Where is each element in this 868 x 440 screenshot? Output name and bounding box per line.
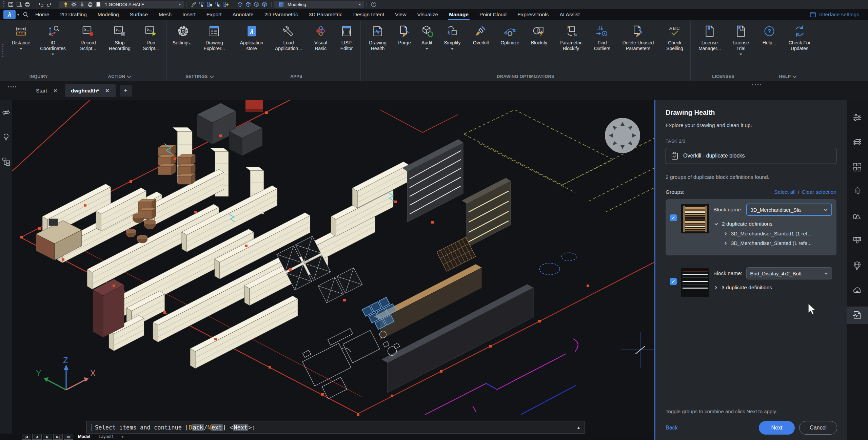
cube-xray-button[interactable] bbox=[260, 1, 269, 8]
run-script-button[interactable]: Run Script... bbox=[137, 22, 165, 51]
settings-gear-button[interactable]: Settings... bbox=[168, 22, 198, 46]
group-checkbox[interactable]: ✓ bbox=[670, 214, 677, 221]
layer-color-icon[interactable] bbox=[94, 1, 102, 8]
help-button[interactable]: ? Help... bbox=[757, 22, 781, 46]
menu-design-intent[interactable]: Design Intent bbox=[348, 9, 390, 20]
record-script-button[interactable]: Record Script... bbox=[74, 22, 103, 51]
license-manager-button[interactable]: License Manager... bbox=[692, 22, 727, 51]
menu-home[interactable]: Home bbox=[30, 9, 55, 20]
redo-button[interactable] bbox=[45, 1, 53, 8]
expand-history-icon[interactable]: ▲ bbox=[577, 425, 580, 430]
lightbulb-button[interactable] bbox=[2, 132, 11, 141]
clear-selection-link[interactable]: Clear selection bbox=[802, 189, 836, 195]
duplicate-definition-item[interactable]: 3D_Merchandiser_Slanted1 (1 ref... bbox=[724, 231, 832, 236]
chevron-down-icon[interactable] bbox=[20, 48, 22, 50]
id-coords-button[interactable]: ID Coordinates bbox=[35, 22, 71, 55]
layout-nav-button[interactable]: ▶ bbox=[43, 434, 52, 440]
menu-expresstools[interactable]: ExpressTools bbox=[512, 9, 554, 20]
layers-stack-button[interactable] bbox=[847, 133, 868, 151]
doc-tab-start[interactable]: Start bbox=[30, 84, 63, 97]
layout-nav-button[interactable]: ▶| bbox=[53, 434, 63, 440]
panel-drag-handle[interactable] bbox=[752, 84, 762, 85]
menu-3d-parametric[interactable]: 3D Parametric bbox=[303, 9, 348, 20]
check-spelling-button[interactable]: ABC Check Spelling bbox=[660, 22, 689, 51]
command-line[interactable]: Select items and continue [Back/Next] <N… bbox=[86, 421, 585, 434]
ribbon-group-label[interactable]: SETTINGS bbox=[168, 72, 231, 81]
menu-modeling[interactable]: Modeling bbox=[92, 9, 124, 20]
prompt-segment[interactable]: Next bbox=[233, 424, 248, 431]
group-checkbox[interactable]: ✓ bbox=[670, 278, 677, 285]
menu-surface[interactable]: Surface bbox=[124, 9, 153, 20]
ribbon-group-label[interactable]: ACTION bbox=[74, 72, 165, 81]
menu-annotate[interactable]: Annotate bbox=[227, 9, 259, 20]
back-link[interactable]: Back bbox=[666, 425, 678, 431]
help-button[interactable]: ? bbox=[370, 1, 378, 8]
layout-nav-button[interactable]: ▤ bbox=[64, 434, 73, 440]
properties-sliders-button[interactable] bbox=[847, 109, 868, 126]
menu-point-cloud[interactable]: Point Cloud bbox=[474, 9, 512, 20]
menu-view[interactable]: View bbox=[390, 9, 412, 20]
stop-recording-button[interactable]: Stop Recording bbox=[103, 22, 137, 51]
app-store-button[interactable]: λ Application store bbox=[234, 22, 270, 51]
layout-tab-layout1[interactable]: Layout1 bbox=[95, 434, 117, 440]
toolbar-grip[interactable] bbox=[3, 1, 4, 7]
duplicates-toggle[interactable]: 3 duplicate definitions bbox=[714, 285, 832, 291]
cube-shaded-button[interactable] bbox=[244, 1, 252, 8]
optimize-button[interactable]: Optimize bbox=[495, 22, 525, 46]
next-button[interactable]: Next bbox=[759, 421, 795, 435]
search-icon[interactable] bbox=[22, 11, 30, 18]
duplicate-definition-item[interactable]: 3D_Merchandiser_Slanted (1 refe... bbox=[724, 240, 832, 250]
ribbon-group-label[interactable]: HELP bbox=[757, 72, 818, 81]
menu-2d-parametric[interactable]: 2D Parametric bbox=[259, 9, 303, 20]
menu-manage[interactable]: Manage bbox=[443, 9, 474, 20]
prompt-segment[interactable]: ack bbox=[192, 424, 204, 431]
layer-on-icon[interactable] bbox=[62, 1, 70, 8]
render-balloon-button[interactable] bbox=[847, 257, 868, 274]
menu-mesh[interactable]: Mesh bbox=[153, 9, 177, 20]
blocks-grid-button[interactable] bbox=[847, 158, 868, 175]
doc-tab-dwghealth-[interactable]: dwghealth* bbox=[65, 84, 115, 97]
load-application-button[interactable]: Load Application... bbox=[270, 22, 308, 51]
app-logo[interactable] bbox=[3, 10, 16, 19]
menu-ai-assist[interactable]: AI Assist bbox=[554, 9, 585, 20]
license-trial-button[interactable]: Lite License Trial bbox=[727, 22, 754, 55]
layer-dropdown[interactable]: 1 GONDOLA HALF bbox=[59, 1, 184, 8]
render-materials-button[interactable] bbox=[847, 208, 868, 225]
check-updates-button[interactable]: Check For Updates bbox=[781, 22, 818, 51]
chevron-down-icon[interactable] bbox=[739, 54, 742, 55]
cube-hidden-button[interactable] bbox=[252, 1, 260, 8]
tabbar-grip[interactable] bbox=[8, 86, 17, 87]
duplicates-toggle[interactable]: 2 duplicate definitions bbox=[714, 221, 832, 227]
layer-plot-icon[interactable] bbox=[86, 1, 94, 8]
cube-wire-button[interactable] bbox=[236, 1, 244, 8]
layout-tab-model[interactable]: Model bbox=[74, 434, 94, 440]
save-button[interactable] bbox=[7, 1, 15, 8]
menu-visualize[interactable]: Visualize bbox=[412, 9, 443, 20]
deselect-blocks-button[interactable] bbox=[214, 1, 222, 8]
close-icon[interactable] bbox=[105, 88, 110, 94]
add-layout-button[interactable]: + bbox=[119, 435, 126, 439]
visual-basic-button[interactable]: Visual Basic bbox=[308, 22, 334, 51]
chevron-down-icon[interactable] bbox=[451, 48, 454, 50]
purge-button[interactable]: Purge bbox=[393, 22, 416, 46]
hatch-brush-button[interactable] bbox=[847, 232, 868, 250]
find-outliers-button[interactable]: Find Outliers bbox=[589, 22, 616, 51]
chevron-down-icon[interactable] bbox=[17, 14, 20, 16]
drawing-health-pulse-button[interactable] bbox=[847, 307, 868, 324]
blockify-button[interactable]: Blockify bbox=[525, 22, 553, 46]
pick-add-button[interactable] bbox=[190, 1, 198, 8]
select-blocks-button[interactable] bbox=[198, 1, 206, 8]
structure-tree-button[interactable] bbox=[2, 157, 11, 166]
prompt-segment[interactable]: N bbox=[208, 424, 211, 431]
parametric-blockify-button[interactable]: fx Parametric Blockify bbox=[553, 22, 589, 51]
layout-nav-button[interactable]: ◀ bbox=[32, 434, 42, 440]
preview-button[interactable] bbox=[15, 1, 23, 8]
menu-insert[interactable]: Insert bbox=[177, 9, 201, 20]
layout-nav-button[interactable]: |◀ bbox=[22, 434, 31, 440]
cancel-button[interactable]: Cancel bbox=[799, 421, 837, 435]
attachments-clip-button[interactable] bbox=[847, 183, 868, 200]
drawing-health-button[interactable]: Drawing Health bbox=[362, 22, 393, 51]
menu-2d-drafting[interactable]: 2D Drafting bbox=[55, 9, 92, 20]
blocks-highlight-button[interactable] bbox=[222, 1, 230, 8]
chevron-down-icon[interactable] bbox=[52, 54, 54, 55]
